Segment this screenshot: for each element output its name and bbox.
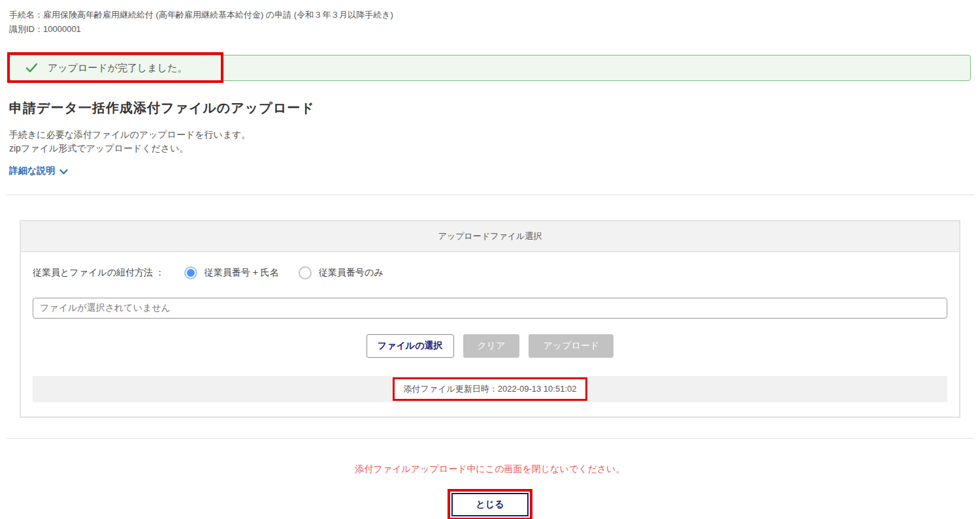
chevron-down-icon bbox=[59, 169, 68, 175]
radio-unselected-icon[interactable] bbox=[299, 266, 312, 279]
close-button[interactable]: とじる bbox=[451, 493, 529, 516]
selected-file-input[interactable] bbox=[33, 298, 947, 319]
radio-selected-icon[interactable] bbox=[184, 266, 197, 279]
file-select-button[interactable]: ファイルの選択 bbox=[367, 334, 454, 358]
procedure-meta: 手続名：雇用保険高年齢雇用継続給付 (高年齢雇用継続基本給付金) の申請 (令和… bbox=[0, 0, 980, 37]
page-description: 手続きに必要な添付ファイルのアップロードを行います。 zipファイル形式でアップ… bbox=[9, 128, 971, 155]
timestamp-band: 添付ファイル更新日時：2022-09-13 10:51:02 bbox=[33, 376, 947, 402]
details-toggle-link[interactable]: 詳細な説明 bbox=[9, 165, 68, 177]
attachment-updated-timestamp: 添付ファイル更新日時：2022-09-13 10:51:02 bbox=[404, 384, 577, 394]
divider-top bbox=[7, 195, 973, 195]
file-buttons-row: ファイルの選択 クリア アップロード bbox=[33, 334, 947, 358]
page-description-line1: 手続きに必要な添付ファイルのアップロードを行います。 bbox=[9, 128, 971, 142]
success-message: アップロードが完了しました。 bbox=[48, 62, 188, 74]
radio-employee-number-only[interactable]: 従業員番号のみ bbox=[299, 266, 384, 279]
file-link-method-label: 従業員とファイルの紐付方法 ： bbox=[33, 267, 165, 279]
close-button-row: とじる bbox=[0, 489, 980, 519]
annotation-highlight-timestamp: 添付ファイル更新日時：2022-09-13 10:51:02 bbox=[393, 377, 588, 401]
file-link-method-group: 従業員とファイルの紐付方法 ： 従業員番号 + 氏名 従業員番号のみ bbox=[33, 266, 947, 279]
clear-button[interactable]: クリア bbox=[463, 334, 520, 358]
radio-employee-number-and-name[interactable]: 従業員番号 + 氏名 bbox=[184, 266, 279, 279]
upload-button[interactable]: アップロード bbox=[529, 334, 613, 358]
procedure-name: 手続名：雇用保険高年齢雇用継続給付 (高年齢雇用継続基本給付金) の申請 (令和… bbox=[9, 8, 971, 22]
procedure-id: 識別ID：10000001 bbox=[9, 22, 971, 37]
details-toggle-label: 詳細な説明 bbox=[9, 165, 55, 177]
panel-header: アップロードファイル選択 bbox=[21, 221, 959, 252]
upload-file-panel: アップロードファイル選択 従業員とファイルの紐付方法 ： 従業員番号 + 氏名 … bbox=[20, 220, 960, 418]
divider-bottom bbox=[7, 438, 973, 439]
page-description-line2: zipファイル形式でアップロードください。 bbox=[9, 142, 971, 155]
upload-warning-text: 添付ファイルアップロード中にこの画面を閉じないでください。 bbox=[0, 464, 980, 475]
upload-success-banner: アップロードが完了しました。 bbox=[9, 55, 971, 81]
annotation-highlight-close: とじる bbox=[448, 489, 533, 519]
page-title: 申請データ一括作成添付ファイルのアップロード bbox=[9, 99, 971, 117]
checkmark-icon bbox=[25, 63, 38, 73]
radio-employee-number-and-name-label: 従業員番号 + 氏名 bbox=[204, 267, 279, 279]
radio-employee-number-only-label: 従業員番号のみ bbox=[319, 267, 384, 279]
